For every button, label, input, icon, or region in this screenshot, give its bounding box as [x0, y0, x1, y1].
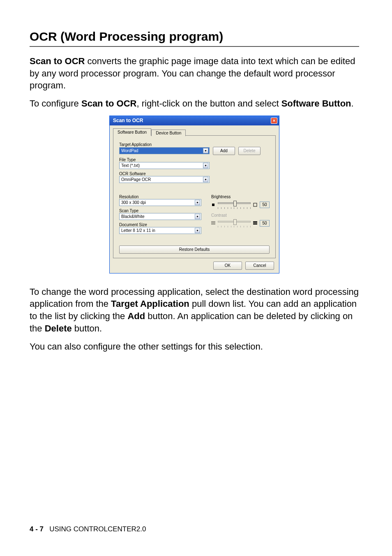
chevron-down-icon[interactable]: ▼	[203, 148, 208, 153]
resolution-select[interactable]: 300 x 300 dpi ▼	[119, 199, 201, 206]
chevron-down-icon[interactable]: ▼	[195, 214, 200, 219]
add-button[interactable]: Add	[213, 147, 235, 155]
contrast-low-icon	[211, 221, 215, 225]
p2-d: Software Button	[281, 98, 351, 109]
footer-section: USING CONTROLCENTER2.0	[49, 525, 146, 533]
ocr-software-value: OmniPage OCR	[121, 176, 151, 183]
tab-device-button[interactable]: Device Button	[151, 130, 186, 136]
p3-g: button.	[72, 323, 102, 334]
ok-button[interactable]: OK	[213, 262, 242, 270]
label-target-application: Target Application	[119, 142, 270, 147]
contrast-high-icon	[253, 221, 257, 225]
label-contrast: Contrast	[211, 213, 270, 218]
page-footer: 4 - 7 USING CONTROLCENTER2.0	[30, 525, 359, 533]
document-size-select[interactable]: Letter 8 1/2 x 11 in ▼	[119, 227, 201, 234]
brightness-value: 50	[260, 202, 270, 208]
label-brightness: Brightness	[211, 195, 270, 199]
ocr-software-select[interactable]: OmniPage OCR ▼	[119, 176, 210, 183]
footer-page-num: 4 - 7	[30, 525, 44, 533]
file-type-value: Text (*.txt)	[121, 162, 140, 169]
dialog-title: Scan to OCR	[113, 118, 143, 123]
label-ocr-software: OCR Software	[119, 171, 270, 176]
contrast-value: 50	[260, 220, 270, 227]
tab-software-button[interactable]: Software Button	[113, 128, 151, 136]
chevron-down-icon[interactable]: ▼	[203, 163, 208, 168]
label-file-type: File Type	[119, 158, 270, 162]
label-scan-type: Scan Type	[119, 208, 201, 213]
p3-b: Target Application	[111, 299, 189, 309]
label-resolution: Resolution	[119, 195, 201, 199]
chevron-down-icon[interactable]: ▼	[195, 228, 200, 233]
close-icon[interactable]: ×	[271, 118, 277, 124]
paragraph-4: You can also configure the other setting…	[30, 341, 359, 353]
paragraph-3: To change the word processing applicatio…	[30, 286, 359, 335]
brightness-low-icon	[211, 203, 215, 207]
dialog-titlebar: Scan to OCR ×	[110, 116, 279, 125]
chevron-down-icon[interactable]: ▼	[195, 200, 200, 205]
delete-button[interactable]: Delete	[238, 147, 261, 155]
label-document-size: Document Size	[119, 222, 201, 227]
svg-rect-1	[254, 203, 257, 206]
target-application-value: WordPad	[121, 148, 138, 154]
heading-rule	[30, 46, 359, 47]
scan-type-select[interactable]: Black&White ▼	[119, 213, 201, 220]
p1-lead: Scan to OCR	[30, 56, 85, 66]
resolution-value: 300 x 300 dpi	[121, 199, 146, 206]
p2-a: To configure	[30, 98, 81, 109]
contrast-slider	[218, 219, 251, 227]
brightness-slider[interactable]	[218, 201, 251, 209]
brightness-high-icon	[253, 203, 257, 207]
page-heading: OCR (Word Processing program)	[30, 30, 359, 44]
p2-c: , right-click on the button and select	[136, 98, 281, 109]
paragraph-1: Scan to OCR converts the graphic page im…	[30, 55, 359, 92]
file-type-select[interactable]: Text (*.txt) ▼	[119, 162, 210, 169]
paragraph-2: To configure Scan to OCR, right-click on…	[30, 97, 359, 110]
restore-defaults-button[interactable]: Restore Defaults	[119, 246, 270, 254]
svg-rect-0	[212, 204, 214, 206]
p2-e: .	[351, 98, 354, 109]
document-size-value: Letter 8 1/2 x 11 in	[121, 227, 155, 234]
p3-d: Add	[127, 311, 145, 321]
scan-type-value: Black&White	[121, 213, 145, 220]
cancel-button[interactable]: Cancel	[245, 262, 274, 270]
target-application-select[interactable]: WordPad ▼	[119, 147, 210, 154]
p2-b: Scan to OCR	[81, 98, 136, 109]
chevron-down-icon[interactable]: ▼	[203, 177, 208, 182]
p3-f: Delete	[45, 323, 72, 334]
tab-panel: Target Application WordPad ▼ Add Delete …	[113, 135, 276, 258]
scan-to-ocr-dialog: Scan to OCR × Software Button Device But…	[109, 116, 279, 273]
